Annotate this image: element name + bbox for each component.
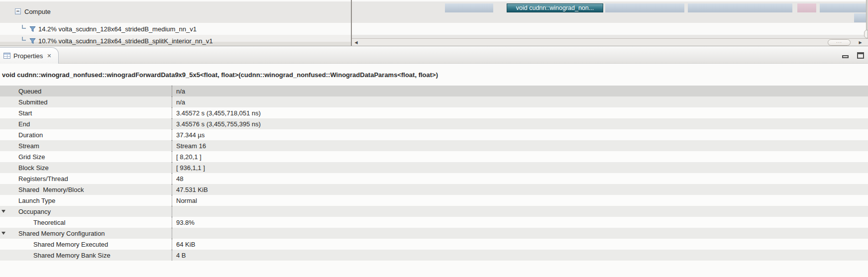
property-row[interactable]: Shared Memory/Block 47.531 KiB bbox=[0, 184, 868, 195]
property-row[interactable]: Registers/Thread 48 bbox=[0, 173, 868, 184]
property-label-cell: End bbox=[0, 118, 172, 129]
properties-panel: Properties ✕ void cudnn::winograd_nonfus… bbox=[0, 46, 868, 277]
property-row[interactable]: Shared Memory Executed 64 KiB bbox=[0, 239, 868, 250]
property-label-cell: Submitted bbox=[0, 96, 172, 107]
property-value: 4 B bbox=[172, 252, 186, 259]
property-value: 47.531 KiB bbox=[172, 186, 208, 193]
property-label: Shared Memory Configuration bbox=[0, 230, 105, 237]
property-row[interactable]: Queued n/a bbox=[0, 86, 868, 96]
property-value: 3.45572 s (3,455,718,051 ns) bbox=[172, 109, 261, 117]
property-value: [ 8,20,1 ] bbox=[172, 153, 202, 161]
collapse-icon[interactable]: − bbox=[15, 8, 21, 14]
property-row[interactable]: Shared Memory Configuration bbox=[0, 228, 868, 239]
property-row[interactable]: Start 3.45572 s (3,455,718,051 ns) bbox=[0, 107, 868, 118]
tree-connector-icon bbox=[22, 37, 26, 41]
property-label: Stream bbox=[0, 142, 39, 150]
selected-kernel-bar[interactable]: void cudnn::winograd_non... bbox=[507, 3, 603, 12]
property-label: Launch Type bbox=[0, 197, 55, 204]
kernel-bar[interactable] bbox=[820, 3, 868, 12]
kernel-row-label: 10.7% volta_scudnn_128x64_stridedB_split… bbox=[38, 37, 213, 45]
property-row[interactable]: Launch Type Normal bbox=[0, 195, 868, 206]
property-label-cell: Theoretical bbox=[0, 217, 172, 228]
kernel-bar[interactable] bbox=[445, 3, 493, 12]
property-label: Shared Memory/Block bbox=[0, 186, 84, 193]
property-value: [ 936,1,1 ] bbox=[172, 164, 205, 172]
property-value: Normal bbox=[172, 197, 197, 204]
timeline-pane: − Compute 14.2% volta_scudnn_128x64_stri… bbox=[0, 0, 868, 46]
property-value: 48 bbox=[172, 175, 183, 183]
property-label-cell: Shared Memory/Block bbox=[0, 184, 172, 195]
property-row[interactable]: Stream Stream 16 bbox=[0, 140, 868, 151]
close-icon[interactable]: ✕ bbox=[47, 53, 51, 59]
property-row[interactable]: Block Size [ 936,1,1 ] bbox=[0, 162, 868, 173]
property-label: Registers/Thread bbox=[0, 175, 68, 183]
property-row[interactable]: Grid Size [ 8,20,1 ] bbox=[0, 151, 868, 162]
property-label-cell: Stream bbox=[0, 140, 172, 151]
property-label-cell: Launch Type bbox=[0, 195, 172, 206]
property-row[interactable]: Duration 37.344 µs bbox=[0, 129, 868, 140]
property-label-cell: Block Size bbox=[0, 162, 172, 173]
property-value: 64 KiB bbox=[172, 241, 195, 248]
vertical-scrollbar-button[interactable] bbox=[864, 30, 868, 38]
section-expand-icon[interactable] bbox=[1, 232, 5, 235]
property-label: Theoretical bbox=[0, 219, 65, 226]
property-label-cell: Grid Size bbox=[0, 151, 172, 162]
property-row[interactable]: Submitted n/a bbox=[0, 96, 868, 107]
property-label: Submitted bbox=[0, 98, 48, 106]
horizontal-scrollbar[interactable]: ◀ ··· ▶ bbox=[352, 38, 868, 46]
timeline-tree-kernel-row[interactable]: 10.7% volta_scudnn_128x64_stridedB_split… bbox=[15, 36, 213, 46]
property-label: Queued bbox=[0, 88, 41, 95]
property-value: n/a bbox=[172, 88, 185, 95]
property-label-cell: Shared Memory Executed bbox=[0, 239, 172, 250]
kernel-row-band-1 bbox=[352, 23, 868, 35]
property-label-cell: Shared Memory Bank Size bbox=[0, 250, 172, 261]
section-expand-icon[interactable] bbox=[1, 210, 5, 213]
property-label: Shared Memory Bank Size bbox=[0, 252, 110, 259]
property-value: n/a bbox=[172, 98, 185, 106]
property-label-cell: Start bbox=[0, 107, 172, 118]
property-value: 93.8% bbox=[172, 219, 195, 226]
maximize-icon[interactable] bbox=[857, 52, 864, 59]
property-row[interactable]: Occupancy bbox=[0, 206, 868, 217]
kernel-title: void cudnn::winograd_nonfused::winogradF… bbox=[2, 64, 866, 86]
kernel-row-band-2 bbox=[352, 35, 868, 38]
memcpy-bar[interactable] bbox=[797, 3, 816, 12]
property-value: Stream 16 bbox=[172, 142, 206, 150]
property-value: 37.344 µs bbox=[172, 131, 205, 139]
timeline-tree: − Compute 14.2% volta_scudnn_128x64_stri… bbox=[0, 0, 351, 46]
kernel-bar[interactable] bbox=[605, 3, 684, 12]
compute-label: Compute bbox=[24, 8, 51, 15]
kernel-row-label: 14.2% volta_scudnn_128x64_stridedB_mediu… bbox=[38, 25, 197, 33]
property-label-cell: Duration bbox=[0, 129, 172, 140]
property-label-cell: Shared Memory Configuration bbox=[0, 228, 172, 239]
scroll-left-icon[interactable]: ◀ bbox=[352, 39, 360, 46]
tree-connector-icon bbox=[22, 25, 26, 29]
property-row[interactable]: Shared Memory Bank Size 4 B bbox=[0, 250, 868, 261]
property-label: Start bbox=[0, 109, 32, 117]
filter-icon bbox=[29, 38, 36, 44]
kernel-bar[interactable] bbox=[688, 3, 792, 12]
property-label: Block Size bbox=[0, 164, 49, 172]
property-label: Occupancy bbox=[0, 208, 51, 215]
tab-properties[interactable]: Properties ✕ bbox=[0, 47, 59, 64]
filter-icon bbox=[29, 26, 36, 32]
tab-label: Properties bbox=[13, 52, 43, 60]
compute-row-band bbox=[0, 1, 351, 23]
property-row[interactable]: End 3.45576 s (3,455,755,395 ns) bbox=[0, 118, 868, 129]
property-label-cell: Occupancy bbox=[0, 206, 172, 217]
property-label: Grid Size bbox=[0, 153, 45, 161]
property-row[interactable]: Theoretical 93.8% bbox=[0, 217, 868, 228]
scrollbar-thumb[interactable]: ··· bbox=[828, 39, 851, 46]
property-label: Duration bbox=[0, 131, 43, 139]
properties-header: Properties ✕ bbox=[0, 46, 868, 64]
scroll-right-icon[interactable]: ▶ bbox=[857, 39, 864, 46]
property-label-cell: Registers/Thread bbox=[0, 173, 172, 184]
minimize-icon[interactable] bbox=[842, 55, 849, 58]
tree-node-compute[interactable]: − Compute bbox=[15, 7, 51, 16]
properties-table: Queued n/a Submitted n/a Start 3.45572 s… bbox=[0, 86, 868, 261]
timeline-tree-kernel-row[interactable]: 14.2% volta_scudnn_128x64_stridedB_mediu… bbox=[15, 24, 197, 34]
timeline-chart-area[interactable]: void cudnn::winograd_non... ◀ ··· ▶ bbox=[352, 0, 868, 46]
property-label: Shared Memory Executed bbox=[0, 241, 108, 248]
property-label-cell: Queued bbox=[0, 86, 172, 96]
kernel-bar[interactable] bbox=[854, 13, 867, 22]
